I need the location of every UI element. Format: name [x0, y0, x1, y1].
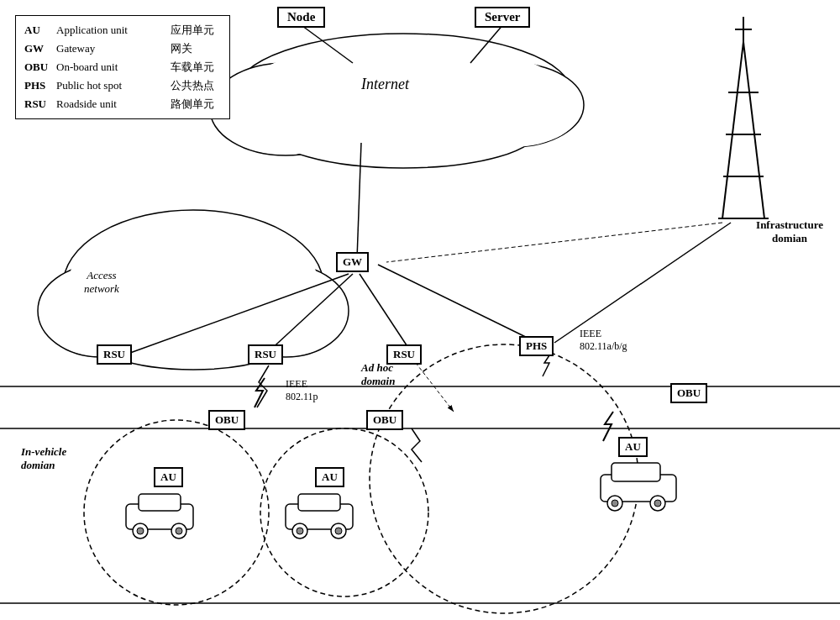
legend-row-phs: PHS Public hot spot 公共热点: [24, 76, 221, 95]
svg-point-35: [370, 344, 638, 613]
invehicle-domain-label: In-vehicledomian: [21, 445, 66, 472]
au-box-2: AU: [315, 467, 344, 487]
rsu-box-3: RSU: [386, 344, 422, 365]
car-2: [286, 494, 353, 539]
wireless-2: [412, 428, 422, 462]
svg-point-8: [213, 67, 358, 155]
car-3: [601, 463, 676, 511]
svg-line-18: [743, 42, 764, 218]
server-antenna: [718, 17, 769, 218]
legend-row-obu: OBU On-board unit 车载单元: [24, 58, 221, 76]
svg-point-52: [612, 500, 618, 507]
svg-point-9: [444, 68, 581, 147]
legend-cn-obu: 车载单元: [171, 58, 221, 76]
svg-point-53: [654, 500, 661, 507]
au-box-3: AU: [618, 437, 648, 457]
rsu-box-1: RSU: [97, 344, 132, 365]
svg-line-56: [386, 223, 722, 262]
legend-en-rsu: Roadside unit: [56, 95, 165, 113]
svg-point-41: [176, 528, 182, 534]
infra-domain-label: Infrastructuredomian: [756, 218, 823, 245]
access-network-label: Accessnetwork: [84, 269, 119, 296]
legend-abbr-phs: PHS: [24, 76, 51, 95]
ieee-802-11p-label: IEEE802.11p: [286, 378, 318, 403]
legend-cn-au: 应用单元: [171, 21, 221, 39]
legend-abbr-obu: OBU: [24, 58, 51, 76]
legend-abbr-au: AU: [24, 21, 51, 39]
svg-point-47: [335, 528, 342, 534]
legend-row-gw: GW Gateway 网关: [24, 39, 221, 58]
legend-abbr-rsu: RSU: [24, 95, 51, 113]
svg-line-17: [722, 42, 743, 218]
ieee-802-11abg-label: IEEE802.11a/b/g: [580, 328, 627, 353]
obu-box-3: OBU: [670, 383, 707, 403]
legend-cn-rsu: 路侧单元: [171, 95, 221, 113]
legend-row-au: AU Application unit 应用单元: [24, 21, 221, 39]
svg-point-40: [137, 528, 144, 534]
obu-box-2: OBU: [366, 410, 403, 430]
svg-line-30: [360, 274, 412, 353]
internet-cloud: [210, 34, 584, 168]
legend-box: AU Application unit 应用单元 GW Gateway 网关 O…: [15, 15, 230, 119]
legend-en-obu: On-board unit: [56, 58, 165, 76]
svg-rect-43: [298, 494, 340, 511]
gw-box: GW: [336, 252, 369, 272]
legend-en-phs: Public hot spot: [56, 76, 165, 95]
legend-cn-phs: 公共热点: [171, 76, 221, 95]
legend-en-gw: Gateway: [56, 39, 165, 58]
svg-line-54: [416, 363, 454, 412]
lightning-2: [603, 412, 613, 441]
svg-point-46: [297, 528, 303, 534]
obu-box-1: OBU: [208, 410, 245, 430]
legend-abbr-gw: GW: [24, 39, 51, 58]
legend-en-au: Application unit: [56, 21, 165, 39]
legend-row-rsu: RSU Roadside unit 路侧单元: [24, 95, 221, 113]
car-1: [126, 494, 193, 539]
legend-cn-gw: 网关: [171, 39, 221, 58]
adhoc-domain-label: Ad hocdomain: [361, 361, 395, 388]
svg-line-31: [378, 265, 538, 343]
svg-rect-37: [139, 494, 181, 511]
au-box-1: AU: [154, 467, 183, 487]
svg-rect-49: [612, 463, 660, 481]
server-label: Server: [475, 7, 530, 28]
node-label: Node: [277, 7, 325, 28]
internet-label: Internet: [361, 76, 409, 93]
main-container: AU Application unit 应用单元 GW Gateway 网关 O…: [0, 0, 840, 620]
rsu-box-2: RSU: [248, 344, 283, 365]
lightning-phs: [543, 353, 551, 376]
phs-box: PHS: [519, 336, 554, 356]
svg-line-32: [554, 223, 731, 343]
